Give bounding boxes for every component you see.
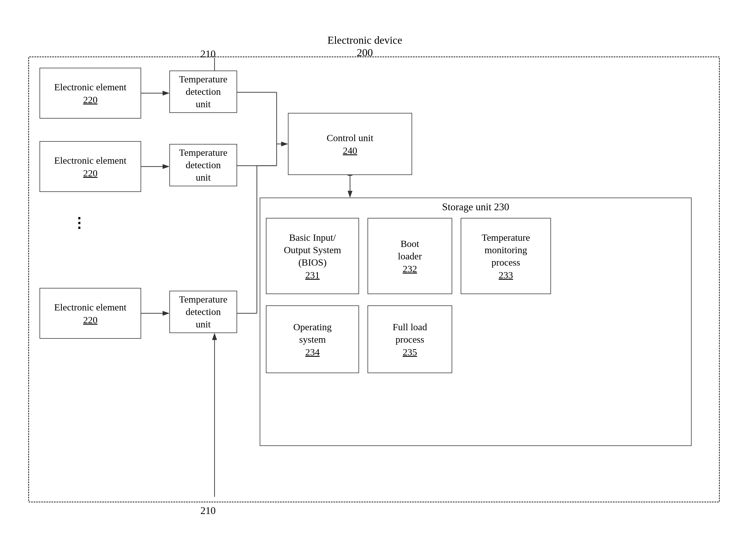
storage-unit-outer: Storage unit 230 Basic Input/ Output Sys…	[260, 198, 692, 446]
diagram-container: Electronic device 200 210 210	[17, 34, 731, 528]
dots-ellipsis: ⋮	[72, 215, 87, 231]
bootloader-box: Boot loader 232	[367, 218, 452, 294]
ref-210-top: 210	[200, 48, 216, 60]
bootloader-number: 232	[403, 264, 417, 274]
elem2-number: 220	[83, 168, 98, 179]
os-label: Operating system	[293, 321, 332, 346]
device-title: Electronic device 200	[327, 34, 402, 59]
elem3-label: Electronic element	[54, 301, 126, 314]
storage-unit-title: Storage unit 230	[260, 201, 691, 213]
elem1-number: 220	[83, 95, 98, 105]
device-title-text: Electronic device	[327, 34, 402, 46]
electronic-element-2: Electronic element 220	[40, 141, 141, 192]
temp-detection-1: Temperaturedetectionunit	[169, 71, 237, 113]
temp-monitor-number: 233	[499, 270, 513, 281]
temp2-label: Temperaturedetectionunit	[179, 146, 227, 184]
elem1-label: Electronic element	[54, 81, 126, 94]
control-unit: Control unit 240	[288, 113, 412, 175]
fullload-number: 235	[403, 347, 417, 358]
bios-number: 231	[305, 270, 320, 281]
os-number: 234	[305, 347, 320, 358]
electronic-element-3: Electronic element 220	[40, 288, 141, 339]
control-unit-label: Control unit	[327, 132, 373, 144]
elem3-number: 220	[83, 315, 98, 325]
bios-box: Basic Input/ Output System (BIOS) 231	[266, 218, 359, 294]
temp-monitor-box: Temperature monitoring process 233	[461, 218, 551, 294]
temp-detection-2: Temperaturedetectionunit	[169, 144, 237, 186]
fullload-box: Full load process 235	[367, 305, 452, 373]
fullload-label: Full load process	[393, 321, 427, 346]
temp1-label: Temperaturedetectionunit	[179, 73, 227, 111]
bios-label: Basic Input/ Output System (BIOS)	[284, 232, 341, 269]
temp3-label: Temperaturedetectionunit	[179, 293, 227, 331]
temp-detection-3: Temperaturedetectionunit	[169, 291, 237, 333]
os-box: Operating system 234	[266, 305, 359, 373]
bootloader-label: Boot loader	[398, 238, 422, 262]
ref-210-bottom: 210	[200, 505, 216, 517]
control-unit-number: 240	[343, 145, 357, 156]
elem2-label: Electronic element	[54, 154, 126, 167]
electronic-element-1: Electronic element 220	[40, 68, 141, 119]
temp-monitor-label: Temperature monitoring process	[482, 232, 530, 269]
